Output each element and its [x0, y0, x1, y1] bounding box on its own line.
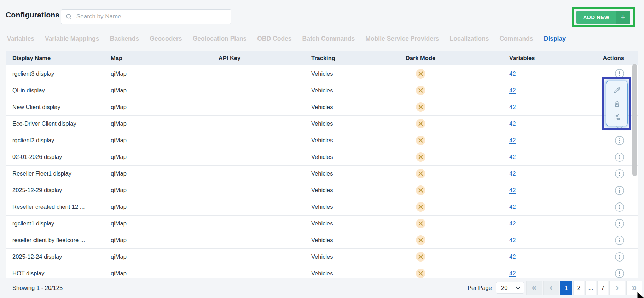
display-name-cell: 2025-12-24 display: [6, 248, 104, 265]
per-page-select[interactable]: 20: [496, 282, 524, 294]
previous-page-button[interactable]: ‹: [543, 281, 559, 295]
variables-count-link[interactable]: 42: [509, 187, 516, 193]
dark-mode-cell: [373, 199, 468, 215]
row-actions-kebab-icon[interactable]: [615, 136, 624, 145]
tabs-bar: Variables Variable Mappings Backends Geo…: [7, 35, 566, 42]
variables-count-link[interactable]: 42: [509, 204, 516, 210]
tab[interactable]: Geocoders: [150, 35, 182, 42]
dark-mode-cell: [373, 82, 468, 99]
variables-count-link[interactable]: 42: [509, 87, 516, 93]
table-row: 2025-12-29 display qiMap Vehicles 42: [6, 182, 638, 199]
add-new-button[interactable]: ADD NEW +: [576, 11, 630, 24]
table-row: 2025-12-24 display qiMap Vehicles 42: [6, 248, 638, 265]
tracking-cell: Vehicles: [288, 182, 373, 199]
variables-count-link[interactable]: 42: [509, 270, 516, 276]
table-row: rgclient1 display qiMap Vehicles 42: [6, 215, 638, 232]
page-number-button[interactable]: ...: [585, 281, 596, 295]
map-cell: qiMap: [104, 99, 171, 115]
tracking-cell: Vehicles: [288, 215, 373, 232]
tracking-cell: Vehicles: [288, 232, 373, 248]
tab[interactable]: Variables: [7, 35, 34, 42]
tracking-cell: Vehicles: [288, 265, 373, 278]
api-key-cell: [171, 115, 288, 132]
row-actions-kebab-icon[interactable]: [615, 252, 624, 262]
row-actions-kebab-icon[interactable]: [615, 236, 624, 245]
dark-mode-off-icon: [416, 103, 425, 110]
row-actions-kebab-icon[interactable]: [615, 269, 624, 278]
dark-mode-off-icon: [416, 253, 425, 259]
column-header-api-key: API Key: [171, 51, 288, 65]
dark-mode-cell: [373, 132, 468, 149]
search-input[interactable]: [76, 13, 227, 20]
dark-mode-cell: [373, 232, 468, 248]
row-actions-menu: [606, 81, 628, 126]
per-page-value: 20: [501, 285, 507, 291]
map-cell: qiMap: [104, 65, 171, 82]
tracking-cell: Vehicles: [288, 199, 373, 215]
row-actions-kebab-icon[interactable]: [615, 219, 624, 228]
pagination: « ‹ 1 2 ... 7 › »: [526, 281, 642, 295]
row-actions-kebab-icon[interactable]: [615, 169, 624, 178]
tracking-cell: Vehicles: [288, 82, 373, 99]
search-box: [61, 9, 231, 24]
api-key-cell: [171, 182, 288, 199]
map-cell: qiMap: [104, 132, 171, 149]
tracking-cell: Vehicles: [288, 115, 373, 132]
tab[interactable]: Mobile Service Providers: [365, 35, 439, 42]
tab[interactable]: Geolocation Plans: [193, 35, 247, 42]
variables-count-link[interactable]: 42: [509, 154, 516, 160]
add-new-label: ADD NEW: [576, 11, 616, 24]
map-cell: qiMap: [104, 199, 171, 215]
display-name-cell: Reseller Fleet1 display: [6, 165, 104, 182]
display-name-cell: reseller client by fleetcore ...: [6, 232, 104, 248]
row-actions-kebab-icon[interactable]: [615, 69, 624, 78]
vertical-scrollbar-thumb[interactable]: [632, 64, 637, 176]
delete-button[interactable]: [613, 99, 621, 108]
mouse-cursor: [637, 292, 644, 298]
variables-count-link[interactable]: 42: [509, 120, 516, 127]
tab[interactable]: Commands: [499, 35, 533, 42]
search-icon: [65, 13, 72, 20]
column-header-dark-mode: Dark Mode: [373, 51, 468, 65]
row-actions-kebab-icon[interactable]: [615, 186, 624, 195]
dark-mode-off-icon: [416, 153, 425, 160]
variables-count-link[interactable]: 42: [509, 220, 516, 227]
chevron-down-icon: [516, 287, 520, 290]
tab[interactable]: Localizations: [450, 35, 489, 42]
tab[interactable]: Variable Mappings: [45, 35, 99, 42]
tab[interactable]: OBD Codes: [257, 35, 291, 42]
table-row: Eco-Driver Client display qiMap Vehicles…: [6, 115, 638, 132]
variables-count-link[interactable]: 42: [509, 253, 516, 260]
api-key-cell: [171, 199, 288, 215]
first-page-button[interactable]: «: [526, 281, 542, 295]
variables-count-link[interactable]: 42: [509, 104, 516, 110]
dark-mode-cell: [373, 182, 468, 199]
display-name-cell: Reseller created client 12 ...: [6, 199, 104, 215]
tab[interactable]: Display: [544, 35, 566, 42]
variables-count-link[interactable]: 42: [509, 237, 516, 243]
dark-mode-off-icon: [416, 70, 425, 76]
page-number-button[interactable]: 2: [573, 281, 584, 295]
column-header-tracking: Tracking: [288, 51, 373, 65]
display-name-cell: HOT display: [6, 265, 104, 278]
variables-count-link[interactable]: 42: [509, 170, 516, 177]
variables-count-link[interactable]: 42: [509, 70, 516, 77]
page-title: Configurations: [6, 11, 59, 19]
view-details-button[interactable]: [613, 113, 621, 121]
edit-button[interactable]: [613, 86, 621, 94]
dark-mode-cell: [373, 248, 468, 265]
next-page-button[interactable]: ›: [609, 281, 625, 295]
trash-icon: [613, 103, 621, 109]
table-row: Reseller Fleet1 display qiMap Vehicles 4…: [6, 165, 638, 182]
dark-mode-off-icon: [416, 170, 425, 176]
row-actions-kebab-icon[interactable]: [615, 153, 624, 162]
tab[interactable]: Backends: [110, 35, 139, 42]
page-number-button[interactable]: 1: [560, 281, 572, 295]
tab[interactable]: Batch Commands: [302, 35, 355, 42]
page-number-button[interactable]: 7: [597, 281, 608, 295]
table-row: Reseller created client 12 ... qiMap Veh…: [6, 199, 638, 215]
variables-count-link[interactable]: 42: [509, 137, 516, 143]
tracking-cell: Vehicles: [288, 248, 373, 265]
row-actions-kebab-icon[interactable]: [615, 202, 624, 212]
map-cell: qiMap: [104, 82, 171, 99]
